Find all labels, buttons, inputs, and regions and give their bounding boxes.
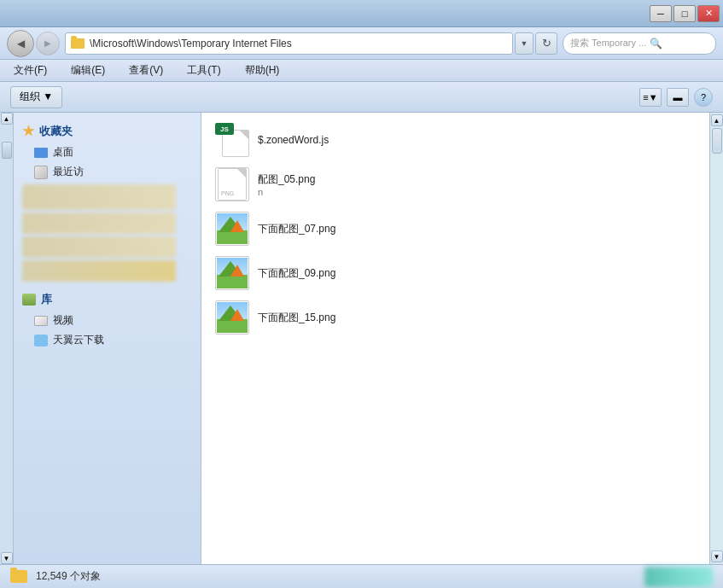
search-placeholder-text: 搜索 Temporary ...: [570, 37, 646, 49]
back-button[interactable]: ◀: [7, 30, 34, 57]
star-icon: ★: [22, 123, 34, 139]
generic-png-icon: PNG: [218, 168, 247, 201]
png-generic-icon: PNG: [215, 167, 249, 201]
panel-button[interactable]: ▬: [667, 88, 689, 107]
menu-bar: 文件(F) 编辑(E) 查看(V) 工具(T) 帮助(H): [0, 60, 723, 82]
ground: [217, 319, 248, 333]
ground: [217, 230, 248, 244]
search-box[interactable]: 搜索 Temporary ... 🔍: [563, 32, 716, 55]
status-right: [644, 567, 713, 587]
menu-tools[interactable]: 工具(T): [184, 61, 224, 79]
forward-button[interactable]: ▶: [36, 32, 60, 55]
organize-label: 组织 ▼: [20, 90, 53, 104]
desktop-label: 桌面: [53, 145, 73, 160]
status-blurred-region: [644, 567, 713, 587]
toolbar-left: 组织 ▼: [10, 86, 62, 108]
path-dropdown[interactable]: ▼: [515, 32, 534, 55]
list-item[interactable]: 下面配图_09.png: [208, 253, 703, 294]
cone: [230, 220, 244, 232]
close-button[interactable]: ✕: [697, 5, 720, 22]
restore-button[interactable]: □: [673, 5, 696, 22]
favorites-label: 收藏夹: [39, 124, 73, 139]
list-item[interactable]: 下面配图_07.png: [208, 208, 703, 249]
file-scrollbar[interactable]: ▲ ▼: [709, 113, 723, 564]
file-area: JS $.zonedWord.js PNG 配图_05.png n: [201, 113, 709, 564]
status-folder-icon: [10, 570, 27, 583]
menu-edit[interactable]: 编辑(E): [67, 61, 108, 79]
scroll-thumb[interactable]: [712, 128, 722, 154]
sidebar-item-recent[interactable]: 最近访: [14, 162, 201, 182]
title-bar: ─ □ ✕: [0, 0, 723, 27]
file-grid: JS $.zonedWord.js PNG 配图_05.png n: [208, 119, 703, 338]
png-landscape-icon-09: [215, 256, 249, 290]
video-label: 视频: [53, 313, 73, 328]
list-item[interactable]: 下面配图_15.png: [208, 297, 703, 338]
desktop-icon: [34, 148, 48, 158]
filename-1: 配图_05.png: [258, 173, 315, 185]
toolbar: 组织 ▼ ≡▼ ▬ ?: [0, 82, 723, 113]
sidebar-scroll-thumb[interactable]: [2, 142, 12, 159]
menu-view[interactable]: 查看(V): [125, 61, 166, 79]
blurred-folder-2[interactable]: [22, 212, 176, 234]
landscape-mini: [217, 213, 248, 244]
favorites-header[interactable]: ★ 收藏夹: [14, 119, 201, 143]
sidebar-item-video[interactable]: 视频: [14, 311, 201, 330]
landscape-mini: [217, 258, 248, 288]
cloud-icon: [34, 335, 48, 346]
sidebar-item-desktop[interactable]: 桌面: [14, 143, 201, 162]
png-landscape-icon-15: [215, 300, 249, 335]
cone: [230, 265, 244, 277]
recent-icon: [34, 166, 48, 179]
status-bar: 12,549 个对象: [0, 564, 723, 588]
library-header[interactable]: 库: [14, 288, 201, 311]
landscape-mini: [217, 302, 248, 333]
refresh-button[interactable]: ↻: [535, 32, 557, 55]
cloud-label: 天翼云下载: [53, 333, 104, 347]
sidebar: ★ 收藏夹 桌面 最近访 库 视频: [14, 113, 201, 564]
blurred-folder-3[interactable]: [22, 236, 176, 258]
list-item[interactable]: PNG 配图_05.png n: [208, 164, 703, 205]
main-content: ▲ ▼ ★ 收藏夹 桌面 最近访: [0, 113, 723, 564]
path-text: \Microsoft\Windows\Temporary Internet Fi…: [90, 38, 292, 49]
ground: [217, 275, 248, 288]
toolbar-right: ≡▼ ▬ ?: [639, 88, 713, 107]
folder-icon: [71, 38, 85, 49]
panel-icon: ▬: [673, 92, 683, 102]
file-note: n: [258, 187, 315, 197]
menu-file[interactable]: 文件(F): [10, 61, 50, 79]
status-left: 12,549 个对象: [10, 569, 101, 584]
organize-button[interactable]: 组织 ▼: [10, 86, 62, 108]
library-label: 库: [41, 292, 52, 307]
sidebar-scroll-up[interactable]: ▲: [1, 113, 13, 125]
status-count: 12,549 个对象: [36, 569, 101, 584]
js-file-icon: JS: [215, 123, 249, 157]
png-landscape-icon-07: [215, 212, 249, 246]
scroll-up-arrow[interactable]: ▲: [711, 114, 723, 126]
blurred-folder-4[interactable]: [22, 260, 176, 282]
js-badge: JS: [215, 123, 234, 135]
filename-4: 下面配图_15.png: [258, 311, 335, 325]
blurred-folder-1[interactable]: [22, 184, 176, 210]
filename-0: $.zonedWord.js: [258, 134, 329, 146]
view-icon: ≡▼: [643, 92, 657, 102]
help-icon: ?: [701, 92, 706, 102]
sidebar-container: ▲ ▼ ★ 收藏夹 桌面 最近访: [0, 113, 201, 564]
sidebar-scrollbar[interactable]: ▲ ▼: [0, 113, 14, 564]
list-item[interactable]: JS $.zonedWord.js: [208, 119, 703, 160]
menu-help[interactable]: 帮助(H): [242, 61, 283, 79]
address-bar: ◀ ▶ \Microsoft\Windows\Temporary Interne…: [0, 27, 723, 60]
scroll-down-arrow[interactable]: ▼: [711, 550, 723, 562]
sidebar-item-cloud[interactable]: 天翼云下载: [14, 330, 201, 350]
filename-2: 下面配图_07.png: [258, 222, 335, 236]
search-icon: 🔍: [650, 38, 662, 49]
address-path[interactable]: \Microsoft\Windows\Temporary Internet Fi…: [65, 32, 513, 55]
library-icon: [22, 294, 36, 306]
cone: [230, 309, 244, 321]
help-button[interactable]: ?: [694, 88, 713, 107]
view-toggle-button[interactable]: ≡▼: [639, 88, 662, 107]
sidebar-scroll-down[interactable]: ▼: [1, 552, 13, 564]
recent-label: 最近访: [53, 165, 84, 179]
minimize-button[interactable]: ─: [650, 5, 672, 22]
filename-3: 下面配图_09.png: [258, 266, 335, 281]
window-controls: ─ □ ✕: [650, 5, 720, 22]
